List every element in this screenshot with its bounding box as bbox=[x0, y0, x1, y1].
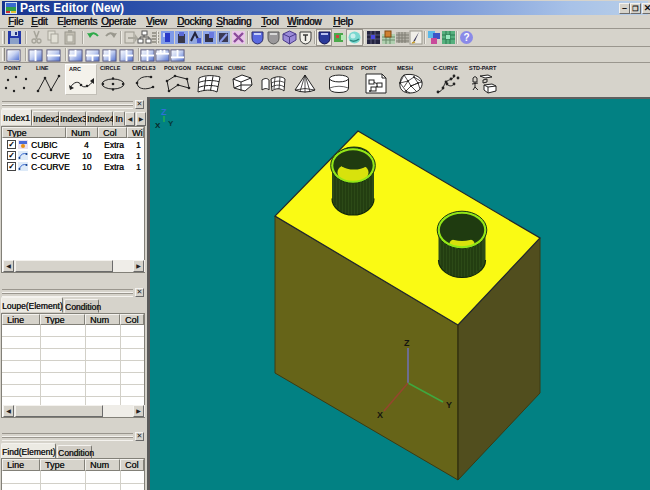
svg-text:Z: Z bbox=[161, 107, 167, 117]
svg-text:?: ? bbox=[463, 32, 469, 43]
svg-text:X: X bbox=[155, 121, 161, 130]
svg-text:Y: Y bbox=[446, 400, 452, 410]
svg-text:X: X bbox=[377, 410, 383, 420]
svg-text:Z: Z bbox=[404, 338, 410, 348]
svg-text:Y: Y bbox=[168, 119, 174, 128]
